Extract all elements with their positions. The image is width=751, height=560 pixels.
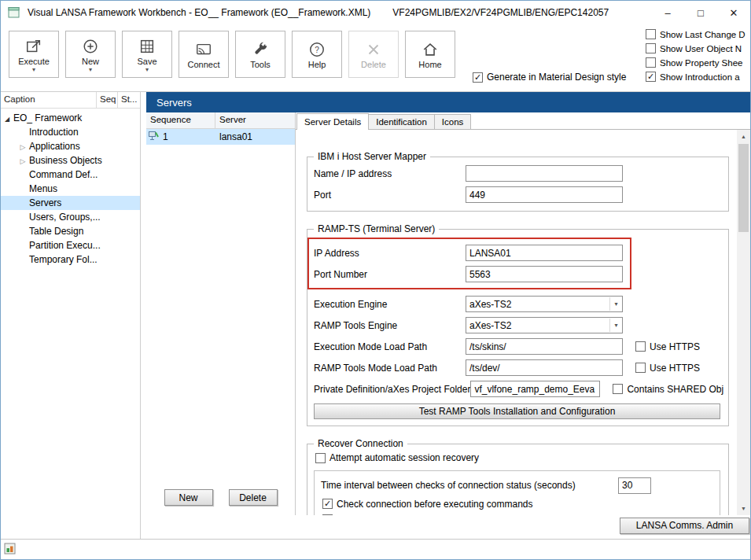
tab-icons[interactable]: Icons: [434, 114, 472, 129]
tools-use-https-checkbox[interactable]: Use HTTPS: [635, 363, 700, 374]
show-property-sheet-checkbox[interactable]: Show Property Shee: [646, 57, 750, 68]
checkbox-label: Check connection before executing comman…: [337, 499, 532, 510]
tree-expand-icon[interactable]: [17, 141, 29, 152]
auto-session-recovery-checkbox[interactable]: Attempt automatic session recovery: [315, 452, 479, 463]
server-row-lansa01[interactable]: 1 lansa01: [146, 129, 295, 145]
tree-item-label: Command Def...: [29, 169, 98, 180]
maximize-button[interactable]: □: [684, 1, 717, 24]
help-icon: ?: [308, 40, 326, 59]
select-value: aXes-TS2: [469, 299, 609, 310]
lansa-comms-admin-button[interactable]: LANSA Comms. Admin: [620, 518, 749, 534]
session-path: VF24PGMLIB/EX2/VF24PGMLIB/ENG/EPC142057: [392, 7, 609, 18]
show-user-object-checkbox[interactable]: Show User Object N: [646, 43, 750, 53]
statusbar: [1, 539, 750, 559]
button-label: Delete: [361, 60, 386, 69]
tools-button[interactable]: Tools: [235, 31, 285, 78]
tree-expand-icon[interactable]: [17, 155, 29, 166]
name-ip-input[interactable]: [466, 165, 623, 182]
scroll-thumb[interactable]: [738, 144, 749, 232]
test-ramp-tools-button[interactable]: Test RAMP Tools Installation and Configu…: [314, 403, 720, 419]
interval-row: Time interval between checks of connecti…: [321, 477, 713, 494]
servers-list-panel: Sequence Server 1 lansa01 New: [146, 112, 296, 515]
checkbox-icon: [635, 341, 646, 352]
ramp-ip-address-input[interactable]: [466, 245, 623, 261]
delete-server-button[interactable]: Delete: [229, 489, 278, 506]
ramp-tools-mode-load-path-input[interactable]: [466, 359, 623, 376]
tree-item-users-groups[interactable]: Users, Groups,...: [1, 210, 140, 224]
tree-item-servers[interactable]: Servers: [1, 196, 140, 210]
contains-shared-objects-checkbox[interactable]: Contains SHARED Obj: [613, 384, 723, 395]
delete-button[interactable]: Delete: [348, 31, 399, 78]
field-label: Name / IP address: [314, 168, 466, 179]
save-button[interactable]: Save: [122, 31, 172, 78]
servers-panel-header: Servers: [146, 92, 750, 112]
tree-item-applications[interactable]: Applications: [1, 139, 140, 153]
check-before-selecting-checkbox[interactable]: Check connection before selecting applic…: [322, 514, 713, 516]
execute-button[interactable]: Execute: [9, 31, 59, 78]
tree-item-menus[interactable]: Menus: [1, 182, 140, 196]
column-header-server[interactable]: Server: [215, 112, 295, 128]
scroll-up-arrow[interactable]: [737, 130, 750, 143]
connect-button[interactable]: Connect: [179, 31, 229, 78]
execution-mode-load-path-row: Execution Mode Load Path Use HTTPS: [314, 338, 722, 355]
ibm-host-server-mapper-group: IBM i Host Server Mapper Name / IP addre…: [307, 157, 729, 212]
column-header-seq[interactable]: Seq: [97, 92, 118, 108]
close-button[interactable]: ✕: [717, 1, 750, 24]
checkbox-label: Show Last Change D: [660, 30, 745, 39]
tree-item-label: Menus: [29, 183, 57, 194]
tab-server-details[interactable]: Server Details: [296, 113, 369, 130]
ramp-port-number-input[interactable]: [466, 266, 623, 282]
tree-item-table-design[interactable]: Table Design: [1, 224, 140, 238]
check-before-commands-checkbox[interactable]: Check connection before executing comman…: [322, 499, 713, 510]
checkbox-icon: [473, 72, 483, 83]
interval-seconds-input[interactable]: [618, 477, 651, 494]
tree-item-business-objects[interactable]: Business Objects: [1, 153, 140, 168]
tree-header: Caption Seq St...: [1, 92, 140, 109]
save-icon: [138, 37, 156, 56]
private-definition-folder-input[interactable]: [470, 381, 600, 397]
tree-expand-icon[interactable]: [1, 112, 13, 123]
show-last-change-checkbox[interactable]: Show Last Change D: [646, 29, 750, 39]
tree-item-partition-execute[interactable]: Partition Execu...: [1, 238, 140, 252]
main-panel: Servers Sequence Server 1: [146, 92, 750, 539]
show-introduction-checkbox[interactable]: Show Introduction a: [646, 72, 750, 82]
tab-identification[interactable]: Identification: [368, 114, 435, 129]
column-header-sequence[interactable]: Sequence: [146, 112, 215, 128]
tree-item-label: Business Objects: [29, 155, 102, 166]
ramp-ts-group: RAMP-TS (Terminal Server) IP Address Por…: [307, 229, 729, 426]
highlight-red-box: IP Address Port Number: [307, 238, 631, 289]
help-button[interactable]: ? Help: [292, 31, 342, 78]
execution-mode-load-path-input[interactable]: [466, 338, 623, 355]
field-label: Private Definition/aXes Project Folder: [314, 384, 470, 395]
app-icon: [8, 6, 20, 19]
ramp-tools-engine-select[interactable]: aXes-TS2: [466, 317, 623, 333]
host-port-input[interactable]: [466, 186, 623, 203]
connect-icon: [195, 40, 212, 59]
execution-engine-select[interactable]: aXes-TS2: [466, 296, 623, 312]
material-design-checkbox[interactable]: Generate in Material Design style: [473, 72, 626, 83]
name-ip-row: Name / IP address: [314, 165, 722, 182]
tree-item-eo-framework[interactable]: EO_ Framework: [1, 111, 140, 125]
column-header-caption[interactable]: Caption: [1, 92, 97, 108]
button-label: Help: [308, 60, 326, 69]
new-button[interactable]: New: [65, 31, 116, 78]
field-label: Port: [314, 190, 466, 201]
column-header-status[interactable]: St...: [118, 92, 140, 108]
tree-item-introduction[interactable]: Introduction: [1, 125, 140, 139]
bottom-strip: LANSA Comms. Admin: [146, 515, 750, 539]
new-server-button[interactable]: New: [164, 489, 213, 506]
delete-icon: [365, 40, 382, 59]
minimize-button[interactable]: –: [651, 1, 684, 24]
home-button[interactable]: Home: [405, 31, 455, 78]
checkbox-icon: [322, 499, 333, 509]
tree-item-command-def[interactable]: Command Def...: [1, 168, 140, 182]
ramp-tools-engine-row: RAMP Tools Engine aXes-TS2: [314, 317, 722, 333]
field-label: RAMP Tools Mode Load Path: [314, 363, 466, 374]
checkbox-label: Attempt automatic session recovery: [329, 452, 479, 463]
exec-use-https-checkbox[interactable]: Use HTTPS: [635, 341, 700, 352]
ramp-tools-mode-load-path-row: RAMP Tools Mode Load Path Use HTTPS: [314, 359, 722, 376]
titlebar: Visual LANSA Framework Workbench - EO__ …: [1, 1, 750, 24]
scroll-down-arrow[interactable]: [737, 502, 750, 515]
vertical-scrollbar[interactable]: [737, 130, 750, 515]
tree-item-temporary-folder[interactable]: Temporary Fol...: [1, 252, 140, 267]
